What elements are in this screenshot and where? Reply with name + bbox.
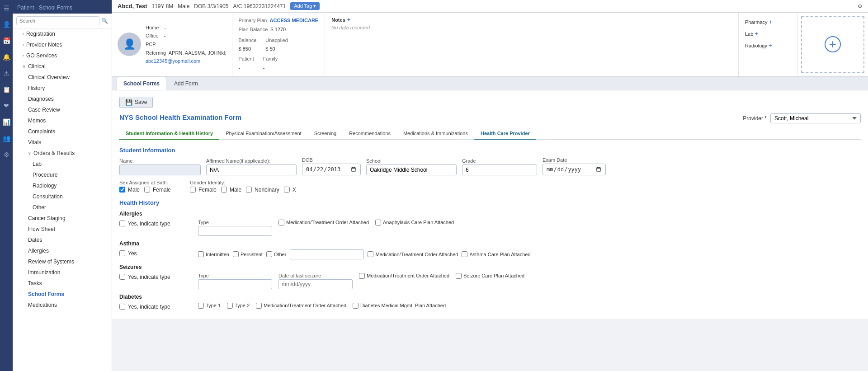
sidebar-item-provider-notes[interactable]: ›Provider Notes <box>13 39 112 50</box>
sidebar-item-procedure[interactable]: Procedure <box>13 169 112 180</box>
sidebar-item-other[interactable]: Other <box>13 202 112 213</box>
affirmed-input[interactable] <box>206 164 297 175</box>
gender-nonbinary-input[interactable] <box>246 187 252 193</box>
notification-icon[interactable]: 🔔 <box>2 52 11 61</box>
seizures-yes-checkbox[interactable]: Yes, indicate type <box>119 274 170 280</box>
provider-select[interactable]: Scott, Micheal <box>770 113 861 123</box>
asthma-med-order-input[interactable] <box>368 251 373 257</box>
sidebar-item-registration[interactable]: ›Registration <box>13 28 112 39</box>
sidebar-item-review-of-systems[interactable]: Review of Systems <box>13 256 112 267</box>
seizures-med-order[interactable]: Medication/Treatment Order Attached <box>359 273 449 279</box>
sidebar-item-lab[interactable]: Lab <box>13 159 112 169</box>
save-button[interactable]: 💾 Save <box>119 97 153 108</box>
patient-settings-icon[interactable]: ⚙ <box>858 3 863 9</box>
diabetes-type2-input[interactable] <box>227 303 233 309</box>
sex-female-input[interactable] <box>144 187 150 193</box>
exam-date-input[interactable] <box>542 164 606 175</box>
asthma-care-plan[interactable]: Asthma Care Plan Attached <box>462 251 530 257</box>
tab-school-forms[interactable]: School Forms <box>117 77 166 90</box>
diabetes-yes-input[interactable] <box>119 304 125 310</box>
school-input[interactable] <box>366 164 457 175</box>
diabetes-mgmt-plan[interactable]: Diabetes Medical Mgmt. Plan Attached <box>353 303 446 309</box>
sidebar-item-clinical[interactable]: ∨Clinical <box>13 61 112 72</box>
form-tab-recommendations[interactable]: Recommendations <box>343 128 397 140</box>
alert-icon[interactable]: ⚠ <box>2 69 11 78</box>
sidebar-item-consultation[interactable]: Consultation <box>13 191 112 202</box>
asthma-intermitten[interactable]: Intermitten <box>198 251 229 257</box>
heart-icon[interactable]: ❤ <box>2 101 11 110</box>
form-tab-medications[interactable]: Medications & Immunizations <box>397 128 474 140</box>
sex-female-checkbox[interactable]: Female <box>144 187 171 193</box>
clipboard-icon[interactable]: 📋 <box>2 85 11 94</box>
seizures-date-input[interactable] <box>278 279 353 289</box>
sidebar-item-memos[interactable]: Memos <box>13 115 112 126</box>
sidebar-item-go-services[interactable]: ›GO Services <box>13 50 112 61</box>
allergies-med-order[interactable]: Medication/Treatment Order Attached <box>278 220 369 225</box>
asthma-persistent[interactable]: Persistent <box>233 251 263 257</box>
gender-female-input[interactable] <box>190 187 196 193</box>
sidebar-item-school-forms[interactable]: School Forms <box>13 289 112 300</box>
allergies-med-order-input[interactable] <box>278 220 284 225</box>
sex-male-checkbox[interactable]: Male <box>119 187 140 193</box>
sidebar-item-diagnoses[interactable]: Diagnoses <box>13 94 112 104</box>
gender-female[interactable]: Female <box>190 187 217 193</box>
chart-icon[interactable]: 📊 <box>2 117 11 127</box>
calendar-icon[interactable]: 📅 <box>2 36 11 45</box>
sidebar-item-medications[interactable]: Medications <box>13 300 112 310</box>
sidebar-item-flow-sheet[interactable]: Flow Sheet <box>13 224 112 235</box>
asthma-yes-input[interactable] <box>119 250 125 256</box>
form-tab-health-care[interactable]: Health Care Provider <box>474 128 536 140</box>
search-input[interactable] <box>16 16 99 25</box>
radiology-add-icon[interactable]: + <box>769 42 772 49</box>
asthma-other-input[interactable] <box>266 251 272 257</box>
form-tab-physical-exam[interactable]: Physical Examination/Assessment <box>219 128 308 140</box>
pharmacy-add-icon[interactable]: + <box>769 19 773 25</box>
seizures-care-plan-input[interactable] <box>456 273 462 279</box>
seizures-yes-input[interactable] <box>119 274 125 280</box>
diabetes-type1-input[interactable] <box>198 303 204 309</box>
allergies-anaphylaxis-input[interactable] <box>375 220 381 225</box>
dob-input[interactable] <box>302 164 361 175</box>
sidebar-item-immunization[interactable]: Immunization <box>13 267 112 278</box>
sidebar-item-dates[interactable]: Dates <box>13 235 112 245</box>
sidebar-item-radiology[interactable]: Radiology <box>13 180 112 191</box>
sidebar-item-case-review[interactable]: Case Review <box>13 104 112 115</box>
asthma-persistent-input[interactable] <box>233 251 239 257</box>
asthma-yes-checkbox[interactable]: Yes <box>119 250 137 257</box>
gender-male[interactable]: Male <box>221 187 241 193</box>
diabetes-mgmt-plan-input[interactable] <box>353 303 359 309</box>
asthma-intermitten-input[interactable] <box>198 251 204 257</box>
asthma-other[interactable]: Other <box>266 251 287 257</box>
form-tab-screening[interactable]: Screening <box>308 128 343 140</box>
diabetes-med-order[interactable]: Medication/Treatment Order Attached <box>256 303 346 309</box>
seizures-type-input[interactable] <box>198 279 272 289</box>
gender-x-input[interactable] <box>284 187 290 193</box>
add-tag-button[interactable]: Add Tag ▾ <box>290 2 320 10</box>
gender-nonbinary[interactable]: Nonbinary <box>246 187 279 193</box>
diabetes-type1[interactable]: Type 1 <box>198 303 221 309</box>
asthma-care-plan-input[interactable] <box>462 251 467 257</box>
sidebar-item-orders-results[interactable]: ∨Orders & Results <box>13 148 112 159</box>
gender-male-input[interactable] <box>221 187 227 193</box>
seizures-care-plan[interactable]: Seizure Care Plan Attached <box>456 273 524 279</box>
allergies-type-input[interactable] <box>198 226 272 236</box>
sidebar-item-vitals[interactable]: Vitals <box>13 137 112 148</box>
sidebar-item-cancer-staging[interactable]: Cancer Staging <box>13 213 112 224</box>
asthma-med-order[interactable]: Medication/Treatment Order Attached <box>368 251 458 257</box>
diabetes-yes-checkbox[interactable]: Yes, indicate type <box>119 304 170 310</box>
allergies-yes-input[interactable] <box>119 221 125 226</box>
diabetes-type2[interactable]: Type 2 <box>227 303 250 309</box>
asthma-other-text-input[interactable] <box>290 249 364 259</box>
allergies-anaphylaxis[interactable]: Anaphylaxis Care Plan Attached <box>375 220 454 225</box>
name-input[interactable] <box>119 164 201 175</box>
seizures-med-order-input[interactable] <box>359 273 365 279</box>
sidebar-item-allergies[interactable]: Allergies <box>13 245 112 256</box>
settings-icon[interactable]: ⚙ <box>2 150 11 159</box>
menu-icon[interactable]: ☰ <box>2 4 11 13</box>
sidebar-item-complaints[interactable]: Complaints <box>13 126 112 137</box>
sex-male-input[interactable] <box>119 187 125 193</box>
sidebar-item-history[interactable]: History <box>13 83 112 94</box>
gender-x[interactable]: X <box>284 187 296 193</box>
lab-add-icon[interactable]: + <box>755 30 758 37</box>
grade-input[interactable] <box>462 164 537 175</box>
